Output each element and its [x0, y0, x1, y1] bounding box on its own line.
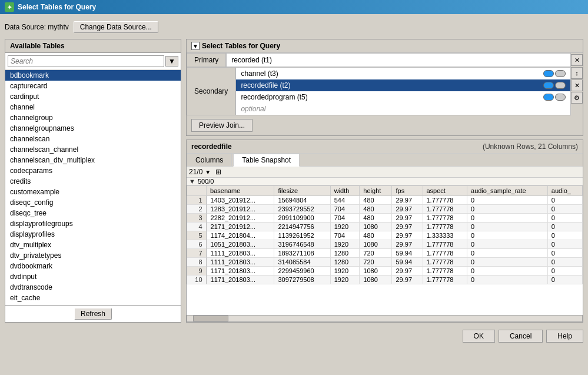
pagination-icon[interactable]: ▼	[205, 169, 211, 175]
list-item[interactable]: dtv_multiplex	[5, 240, 181, 250]
cell-filesize: 2299459960	[274, 267, 330, 276]
list-item[interactable]: capturecard	[5, 81, 181, 91]
cell-basename: 1283_201912...	[207, 205, 274, 214]
secondary-item[interactable]: recordedfile (t2)	[236, 79, 570, 91]
list-item[interactable]: customexample	[5, 187, 181, 197]
list-item[interactable]: channelgroupnames	[5, 123, 181, 134]
cell-audio_: 0	[547, 205, 582, 214]
toggle-on-dot[interactable]	[543, 82, 554, 89]
cancel-button[interactable]: Cancel	[499, 330, 543, 343]
toggle-off-dot[interactable]	[555, 70, 566, 77]
cell-audio_sample_rate: 0	[467, 196, 548, 205]
rows-dropdown-icon[interactable]: ▼	[189, 178, 195, 185]
col-header-basename[interactable]: basename	[207, 186, 274, 196]
cell-aspect: 1.777778	[423, 240, 467, 249]
toggle-on-dot[interactable]	[543, 70, 554, 77]
toggle-off-dot[interactable]	[555, 82, 566, 89]
primary-label: Primary	[187, 53, 226, 67]
list-item[interactable]: dvdbookmark	[5, 261, 181, 271]
row-number: 7	[187, 249, 207, 258]
data-table-container[interactable]: basenamefilesizewidthheightfpsaspectaudi…	[187, 185, 583, 315]
col-header-fps[interactable]: fps	[392, 186, 423, 196]
cell-width: 1920	[330, 267, 360, 276]
list-item[interactable]: credits	[5, 176, 181, 187]
list-item[interactable]: channelgroup	[5, 112, 181, 123]
secondary-item[interactable]: channel (t3)	[236, 68, 570, 79]
list-item[interactable]: cardinput	[5, 91, 181, 102]
cell-basename: 1174_201804...	[207, 231, 274, 240]
preview-join-button[interactable]: Preview Join...	[191, 119, 253, 132]
cell-audio_: 0	[547, 267, 582, 276]
cell-width: 704	[330, 214, 360, 223]
tab-table-snapshot[interactable]: Table Snapshot	[233, 154, 300, 167]
cell-fps: 29.97	[392, 276, 423, 284]
col-header-audio_sample_rate[interactable]: audio_sample_rate	[467, 186, 548, 196]
data-controls: 21/0 ▼ ⊞	[187, 167, 583, 178]
secondary-list: channel (t3)recordedfile (t2)recordedpro…	[235, 67, 571, 115]
secondary-item[interactable]: recordedprogram (t5)	[236, 91, 570, 103]
toggle-on-dot[interactable]	[543, 94, 554, 101]
row-number: 2	[187, 205, 207, 214]
toggle-icon[interactable]	[543, 82, 566, 89]
list-item[interactable]: diseqc_config	[5, 197, 181, 208]
col-header-width[interactable]: width	[330, 186, 360, 196]
list-item[interactable]: dtv_privatetypes	[5, 250, 181, 261]
ok-button[interactable]: OK	[463, 330, 495, 343]
cell-audio_sample_rate: 0	[467, 267, 548, 276]
pagination-label: 21/0	[189, 168, 202, 176]
cell-width: 1920	[330, 223, 360, 231]
secondary-action-3[interactable]: ⚙	[571, 92, 583, 104]
toggle-icon[interactable]	[543, 94, 566, 101]
search-dropdown[interactable]: ▼	[165, 56, 178, 67]
tab-columns[interactable]: Columns	[187, 154, 232, 166]
list-item[interactable]: bdbookmark	[5, 70, 181, 81]
cell-basename: 1111_201803...	[207, 249, 274, 258]
list-item[interactable]: channel	[5, 102, 181, 112]
cell-fps: 59.94	[392, 249, 423, 258]
primary-remove-button[interactable]: ✕	[571, 54, 583, 66]
col-header-aspect[interactable]: aspect	[423, 186, 467, 196]
toggle-icon[interactable]	[543, 70, 566, 77]
list-item[interactable]: eit_cache	[5, 293, 181, 303]
cell-fps: 59.94	[392, 258, 423, 267]
change-datasource-button[interactable]: Change Data Source...	[74, 21, 158, 33]
horizontal-scrollbar[interactable]	[187, 315, 583, 322]
cell-aspect: 1.777778	[423, 249, 467, 258]
list-item[interactable]: channelscan_channel	[5, 144, 181, 155]
cell-width: 1920	[330, 276, 360, 284]
list-item[interactable]: channelscan	[5, 134, 181, 144]
refresh-button[interactable]: Refresh	[74, 308, 112, 320]
toggle-off-dot[interactable]	[555, 94, 566, 101]
list-item[interactable]: codecparams	[5, 165, 181, 176]
cell-width: 704	[330, 231, 360, 240]
col-header-filesize[interactable]: filesize	[274, 186, 330, 196]
search-input[interactable]	[8, 55, 164, 67]
table-row: 11403_201912...1569480454448029.971.7777…	[187, 196, 583, 205]
cell-audio_: 0	[547, 214, 582, 223]
cell-fps: 29.97	[392, 214, 423, 223]
help-button[interactable]: Help	[546, 330, 583, 343]
list-item[interactable]: displayprofiles	[5, 229, 181, 240]
data-table-name: recordedfile	[191, 142, 232, 151]
bottom-bar: OK Cancel Help	[5, 326, 583, 344]
primary-actions: ✕	[571, 53, 583, 67]
list-item[interactable]: displayprofilegroups	[5, 218, 181, 229]
table-row: 42171_201912...22149477561920108029.971.…	[187, 223, 583, 231]
cell-basename: 2171_201912...	[207, 223, 274, 231]
cell-fps: 29.97	[392, 231, 423, 240]
list-item[interactable]: dvdinput	[5, 271, 181, 282]
list-item[interactable]: dvdtranscode	[5, 282, 181, 293]
secondary-action-1[interactable]: ↕	[571, 67, 583, 79]
col-header-audio_[interactable]: audio_	[547, 186, 582, 196]
collapse-icon[interactable]: ▼	[191, 42, 200, 50]
table-row: 32282_201912...209110990070448029.971.77…	[187, 214, 583, 223]
cell-audio_: 0	[547, 223, 582, 231]
list-item[interactable]: channelscan_dtv_multiplex	[5, 155, 181, 165]
data-table: basenamefilesizewidthheightfpsaspectaudi…	[187, 185, 583, 284]
secondary-item[interactable]: optional	[236, 103, 570, 115]
list-item[interactable]: diseqc_tree	[5, 208, 181, 218]
scrollbar-thumb[interactable]	[193, 316, 228, 321]
col-header-height[interactable]: height	[360, 186, 392, 196]
secondary-remove-button[interactable]: ✕	[571, 79, 583, 91]
secondary-item-name: channel (t3)	[241, 69, 278, 78]
